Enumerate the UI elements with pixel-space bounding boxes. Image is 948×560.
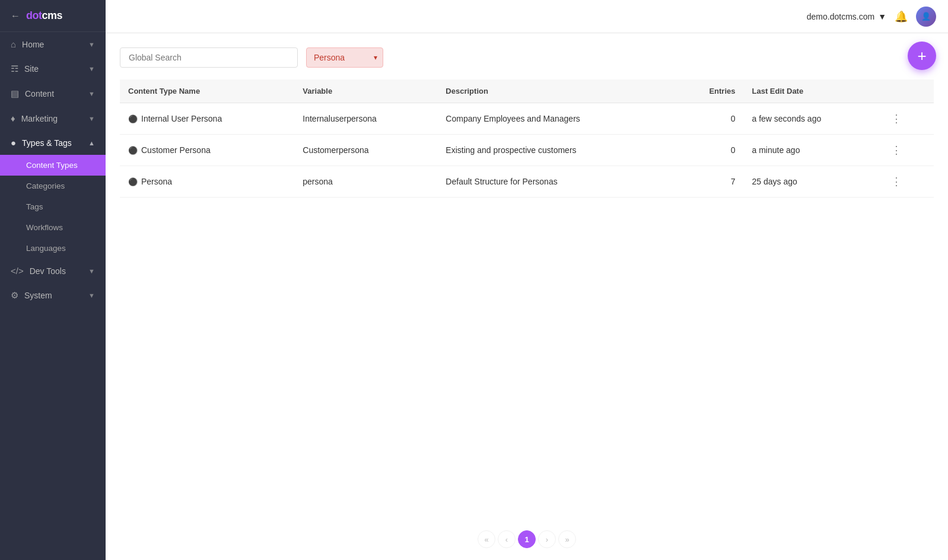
cell-actions-0: ⋮: [879, 103, 934, 135]
col-header-entries: Entries: [676, 79, 744, 103]
pagination-first-button[interactable]: «: [478, 530, 495, 548]
chevron-down-icon: ▼: [88, 41, 95, 48]
chevron-down-icon: ▼: [88, 65, 95, 72]
sidebar-item-label: Types & Tags: [22, 138, 72, 148]
main-area: demo.dotcms.com ▼ 🔔 👤 + Persona All Page…: [106, 0, 948, 560]
content-icon: ▤: [11, 88, 19, 99]
marketing-icon: ♦: [11, 113, 15, 123]
table-row: ⚫Customer Persona Customerpersona Existi…: [120, 135, 934, 166]
table-row: ⚫Internal User Persona Internaluserperso…: [120, 103, 934, 135]
sidebar-sub-content-types[interactable]: Content Types: [0, 155, 106, 176]
logo-text: dotcms: [26, 9, 62, 22]
sidebar-item-label: Site: [24, 64, 39, 74]
sidebar-sub-label: Workflows: [26, 223, 63, 232]
table-row: ⚫Persona persona Default Structure for P…: [120, 166, 934, 198]
sidebar-item-dev-tools[interactable]: </> Dev Tools ▼: [0, 259, 106, 283]
sidebar-item-site[interactable]: ☶ Site ▼: [0, 56, 106, 81]
persona-icon-0: ⚫: [128, 114, 138, 123]
sidebar-item-marketing[interactable]: ♦ Marketing ▼: [0, 106, 106, 131]
col-header-variable: Variable: [294, 79, 437, 103]
sidebar-item-home[interactable]: ⌂ Home ▼: [0, 32, 106, 56]
content-area: + Persona All Page Widget Form Content: [106, 33, 948, 560]
logo-cms: cms: [42, 9, 62, 21]
sidebar-item-content[interactable]: ▤ Content ▼: [0, 81, 106, 106]
pagination-next-button[interactable]: ›: [538, 530, 556, 548]
pagination-prev-button[interactable]: ‹: [498, 530, 516, 548]
cell-name-0: ⚫Internal User Persona: [120, 103, 294, 135]
cell-description-0: Company Employees and Managers: [437, 103, 676, 135]
sidebar-sub-label: Categories: [26, 182, 65, 190]
sidebar-item-label: Dev Tools: [30, 266, 66, 276]
site-icon: ☶: [11, 63, 18, 74]
cell-variable-2: persona: [294, 166, 437, 198]
cell-entries-1: 0: [676, 135, 744, 166]
cell-description-1: Existing and prospective customers: [437, 135, 676, 166]
sidebar-item-label: System: [24, 291, 52, 300]
table-header-row: Content Type Name Variable Description E…: [120, 79, 934, 103]
content-types-table: Content Type Name Variable Description E…: [120, 79, 934, 518]
domain-selector[interactable]: demo.dotcms.com ▼: [807, 12, 886, 21]
col-header-actions: [879, 79, 934, 103]
logo-dot: dot: [26, 9, 42, 21]
row-actions-button-0[interactable]: ⋮: [887, 111, 905, 126]
sidebar-sub-languages[interactable]: Languages: [0, 238, 106, 259]
cell-entries-0: 0: [676, 103, 744, 135]
sidebar-sub-workflows[interactable]: Workflows: [0, 217, 106, 238]
col-header-last-edit: Last Edit Date: [743, 79, 879, 103]
chevron-down-icon: ▼: [88, 115, 95, 122]
cell-actions-1: ⋮: [879, 135, 934, 166]
chevron-up-icon: ▲: [88, 139, 95, 147]
persona-icon-2: ⚫: [128, 177, 138, 186]
add-content-type-button[interactable]: +: [908, 42, 936, 70]
cell-entries-2: 7: [676, 166, 744, 198]
pagination-page-1-button[interactable]: 1: [518, 530, 536, 548]
sidebar: ← dotcms ⌂ Home ▼ ☶ Site ▼ ▤ Content ▼ ♦…: [0, 0, 106, 560]
sidebar-sub-tags[interactable]: Tags: [0, 196, 106, 217]
cell-description-2: Default Structure for Personas: [437, 166, 676, 198]
sidebar-sub-label: Tags: [26, 202, 43, 211]
cell-last-edit-1: a minute ago: [743, 135, 879, 166]
sidebar-item-label: Content: [25, 89, 54, 98]
cell-variable-1: Customerpersona: [294, 135, 437, 166]
filter-select-wrapper: Persona All Page Widget Form Content: [306, 47, 383, 68]
dev-tools-icon: </>: [11, 266, 24, 276]
home-icon: ⌂: [11, 39, 16, 49]
pagination: « ‹ 1 › »: [120, 518, 934, 560]
cell-last-edit-2: 25 days ago: [743, 166, 879, 198]
chevron-down-icon: ▼: [88, 268, 95, 275]
domain-chevron-icon: ▼: [878, 12, 886, 21]
pagination-last-button[interactable]: »: [558, 530, 576, 548]
row-actions-button-1[interactable]: ⋮: [887, 142, 905, 158]
chevron-down-icon: ▼: [88, 90, 95, 97]
topbar: demo.dotcms.com ▼ 🔔 👤: [106, 0, 948, 33]
cell-last-edit-0: a few seconds ago: [743, 103, 879, 135]
chevron-down-icon: ▼: [88, 292, 95, 299]
persona-icon-1: ⚫: [128, 146, 138, 155]
table: Content Type Name Variable Description E…: [120, 79, 934, 198]
notification-bell-icon[interactable]: 🔔: [895, 10, 908, 23]
back-button[interactable]: ←: [11, 11, 20, 21]
sidebar-item-label: Marketing: [21, 114, 58, 123]
system-icon: ⚙: [11, 290, 18, 301]
cell-name-2: ⚫Persona: [120, 166, 294, 198]
col-header-description: Description: [437, 79, 676, 103]
sidebar-sub-categories[interactable]: Categories: [0, 176, 106, 196]
types-tags-icon: ●: [11, 138, 16, 148]
sidebar-item-label: Home: [22, 40, 44, 49]
cell-name-1: ⚫Customer Persona: [120, 135, 294, 166]
sidebar-sub-label: Languages: [26, 244, 66, 253]
sidebar-sub-label: Content Types: [26, 161, 78, 170]
sidebar-item-types-tags[interactable]: ● Types & Tags ▲: [0, 131, 106, 155]
cell-actions-2: ⋮: [879, 166, 934, 198]
filter-select[interactable]: Persona All Page Widget Form Content: [306, 47, 383, 68]
logo: ← dotcms: [0, 0, 106, 32]
col-header-name: Content Type Name: [120, 79, 294, 103]
sidebar-item-system[interactable]: ⚙ System ▼: [0, 283, 106, 308]
avatar[interactable]: 👤: [916, 7, 936, 27]
cell-variable-0: Internaluserpersona: [294, 103, 437, 135]
row-actions-button-2[interactable]: ⋮: [887, 174, 905, 189]
domain-label: demo.dotcms.com: [807, 12, 874, 21]
toolbar: Persona All Page Widget Form Content: [120, 47, 934, 68]
search-input[interactable]: [120, 47, 298, 68]
